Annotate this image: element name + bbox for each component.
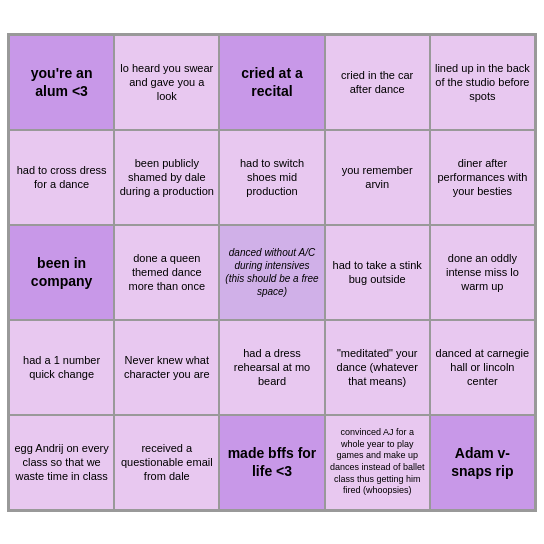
bingo-cell-r4c2[interactable]: made bffs for life <3 [219,415,324,510]
bingo-cell-r2c0[interactable]: been in company [9,225,114,320]
bingo-cell-r3c3[interactable]: "meditated" your dance (whatever that me… [325,320,430,415]
bingo-cell-r0c2[interactable]: cried at a recital [219,35,324,130]
bingo-container: you're an alum <3lo heard you swear and … [7,33,537,512]
bingo-cell-r0c0[interactable]: you're an alum <3 [9,35,114,130]
bingo-cell-r1c2[interactable]: had to switch shoes mid production [219,130,324,225]
bingo-cell-r3c2[interactable]: had a dress rehearsal at mo beard [219,320,324,415]
bingo-cell-r1c1[interactable]: been publicly shamed by dale during a pr… [114,130,219,225]
bingo-cell-r1c4[interactable]: diner after performances with your besti… [430,130,535,225]
bingo-cell-r3c0[interactable]: had a 1 number quick change [9,320,114,415]
bingo-cell-r1c0[interactable]: had to cross dress for a dance [9,130,114,225]
bingo-cell-r4c1[interactable]: received a questionable email from dale [114,415,219,510]
bingo-cell-r2c4[interactable]: done an oddly intense miss lo warm up [430,225,535,320]
bingo-cell-r4c3[interactable]: convinced AJ for a whole year to play ga… [325,415,430,510]
bingo-cell-r4c0[interactable]: egg Andrij on every class so that we was… [9,415,114,510]
bingo-cell-r2c1[interactable]: done a queen themed dance more than once [114,225,219,320]
bingo-cell-r3c1[interactable]: Never knew what character you are [114,320,219,415]
bingo-cell-r2c3[interactable]: had to take a stink bug outside [325,225,430,320]
bingo-cell-r0c1[interactable]: lo heard you swear and gave you a look [114,35,219,130]
bingo-cell-r1c3[interactable]: you remember arvin [325,130,430,225]
bingo-cell-r0c4[interactable]: lined up in the back of the studio befor… [430,35,535,130]
bingo-cell-r4c4[interactable]: Adam v-snaps rip [430,415,535,510]
bingo-cell-r3c4[interactable]: danced at carnegie hall or lincoln cente… [430,320,535,415]
bingo-grid: you're an alum <3lo heard you swear and … [9,35,535,510]
bingo-cell-r2c2[interactable]: danced without A/C during intensives (th… [219,225,324,320]
bingo-cell-r0c3[interactable]: cried in the car after dance [325,35,430,130]
